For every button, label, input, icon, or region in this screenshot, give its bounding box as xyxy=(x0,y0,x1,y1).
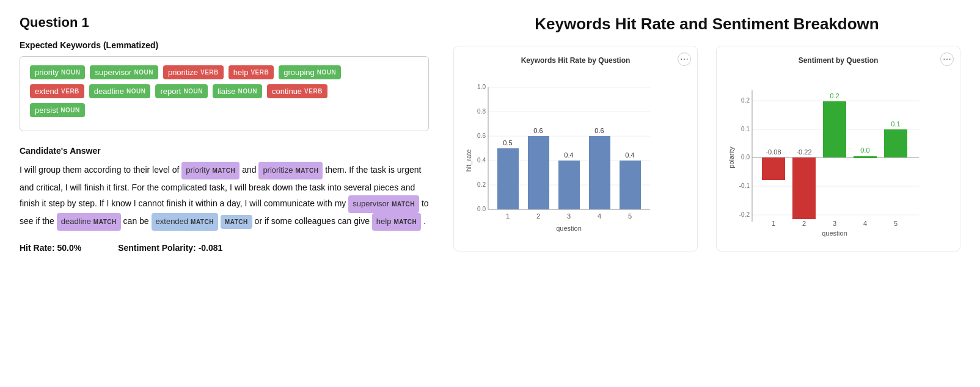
keyword-tag: persist NOUN xyxy=(30,103,85,117)
svg-text:0.0: 0.0 xyxy=(477,206,486,212)
charts-row: ⋯ Keywords Hit Rate by Question hit_rate… xyxy=(453,46,960,251)
chart1-menu-btn[interactable]: ⋯ xyxy=(678,52,691,66)
svg-text:0.4: 0.4 xyxy=(477,157,486,164)
answer-text: I will group them according to their lev… xyxy=(20,162,429,231)
svg-text:0.0: 0.0 xyxy=(860,146,869,154)
inline-match: priority MATCH xyxy=(181,162,240,179)
keyword-tag: supervisor NOUN xyxy=(90,65,158,79)
svg-text:0.6: 0.6 xyxy=(477,132,486,139)
sent-bar-q4 xyxy=(854,156,877,158)
keywords-section-label: Expected Keywords (Lemmatized) xyxy=(20,40,429,50)
chart2-title: Sentiment by Question xyxy=(726,56,950,65)
svg-text:-0.08: -0.08 xyxy=(766,148,781,156)
svg-text:0.5: 0.5 xyxy=(503,139,512,146)
bar-q2 xyxy=(528,136,549,209)
sentiment: Sentiment Polarity: -0.081 xyxy=(118,243,222,253)
svg-text:0.4: 0.4 xyxy=(625,151,634,159)
svg-text:2: 2 xyxy=(802,220,806,227)
svg-text:polarity: polarity xyxy=(728,146,735,168)
svg-text:5: 5 xyxy=(628,212,632,220)
svg-text:0.2: 0.2 xyxy=(830,92,839,99)
svg-text:0.2: 0.2 xyxy=(477,181,486,188)
sent-bar-q1 xyxy=(762,157,785,180)
keyword-tag: prioritize VERB xyxy=(163,65,224,79)
svg-text:2: 2 xyxy=(536,212,540,220)
bar-q1 xyxy=(497,148,519,209)
keyword-tag: report NOUN xyxy=(155,84,207,98)
keywords-row-2: extend VERBdeadline NOUNreport NOUNliais… xyxy=(30,84,419,98)
svg-text:3: 3 xyxy=(833,220,836,227)
sent-bar-q2 xyxy=(792,157,816,219)
svg-text:0.6: 0.6 xyxy=(594,127,604,134)
right-panel-title: Keywords Hit Rate and Sentiment Breakdow… xyxy=(453,15,960,34)
svg-text:1: 1 xyxy=(772,220,775,227)
keyword-tag: continue VERB xyxy=(267,84,327,98)
keywords-row-3: persist NOUN xyxy=(30,103,419,117)
svg-text:4: 4 xyxy=(598,212,601,220)
svg-text:5: 5 xyxy=(894,220,898,227)
sentiment-chart: ⋯ Sentiment by Question polarity 0.2 0.1… xyxy=(716,46,960,251)
sentiment-svg: polarity 0.2 0.1 0.0 -0.1 -0.2 xyxy=(726,72,928,243)
svg-text:-0.2: -0.2 xyxy=(739,211,750,218)
svg-text:question: question xyxy=(556,225,582,232)
sent-bar-q3 xyxy=(823,101,846,157)
main-layout: Question 1 Expected Keywords (Lemmatized… xyxy=(20,15,960,253)
candidate-answer-label: Candidate's Answer xyxy=(20,146,429,156)
svg-text:3: 3 xyxy=(567,212,571,220)
inline-match: prioritize MATCH xyxy=(258,162,323,179)
keyword-tag: extend VERB xyxy=(30,84,84,98)
keywords-row-1: priority NOUNsupervisor NOUNprioritize V… xyxy=(30,65,419,79)
inline-match: help MATCH xyxy=(372,213,421,231)
svg-text:0.2: 0.2 xyxy=(741,97,750,104)
right-panel: Keywords Hit Rate and Sentiment Breakdow… xyxy=(453,15,960,251)
svg-text:0.0: 0.0 xyxy=(741,154,750,161)
question-title: Question 1 xyxy=(20,15,429,31)
keyword-tag: grouping NOUN xyxy=(279,65,341,79)
svg-text:0.6: 0.6 xyxy=(533,127,543,134)
hit-rate: Hit Rate: 50.0% xyxy=(20,243,81,253)
keyword-tag: liaise NOUN xyxy=(213,84,262,98)
svg-text:-0.1: -0.1 xyxy=(739,183,750,189)
svg-text:hit_rate: hit_rate xyxy=(465,150,472,172)
left-panel: Question 1 Expected Keywords (Lemmatized… xyxy=(20,15,429,253)
svg-text:-0.22: -0.22 xyxy=(796,148,811,156)
chart1-title: Keywords Hit Rate by Question xyxy=(464,56,687,65)
candidate-answer-section: Candidate's Answer I will group them acc… xyxy=(20,146,429,231)
inline-match: deadline MATCH xyxy=(57,213,121,231)
svg-text:0.1: 0.1 xyxy=(741,126,750,132)
stats-row: Hit Rate: 50.0% Sentiment Polarity: -0.0… xyxy=(20,243,429,253)
hit-rate-chart: ⋯ Keywords Hit Rate by Question hit_rate… xyxy=(453,46,698,251)
bar-q3 xyxy=(558,161,580,209)
hit-rate-svg: hit_rate 1.0 0.8 0.6 0.4 0.2 0.0 xyxy=(464,72,653,243)
svg-text:1.0: 1.0 xyxy=(477,84,486,90)
inline-match: supervisor MATCH xyxy=(348,195,419,213)
svg-text:0.8: 0.8 xyxy=(477,108,486,115)
inline-match: MATCH xyxy=(221,215,252,229)
sent-bar-q5 xyxy=(884,129,907,157)
keyword-tag: help VERB xyxy=(229,65,274,79)
bar-q4 xyxy=(589,136,610,209)
chart2-menu-btn[interactable]: ⋯ xyxy=(940,52,954,66)
svg-text:4: 4 xyxy=(863,220,867,227)
svg-text:0.4: 0.4 xyxy=(564,151,573,159)
keyword-tag: deadline NOUN xyxy=(89,84,151,98)
bar-q5 xyxy=(620,161,641,209)
keywords-box: priority NOUNsupervisor NOUNprioritize V… xyxy=(20,56,429,131)
svg-text:1: 1 xyxy=(506,212,510,220)
svg-text:question: question xyxy=(822,230,847,237)
keyword-tag: priority NOUN xyxy=(30,65,85,79)
inline-match: extended MATCH xyxy=(152,213,218,231)
svg-text:0.1: 0.1 xyxy=(891,120,900,128)
